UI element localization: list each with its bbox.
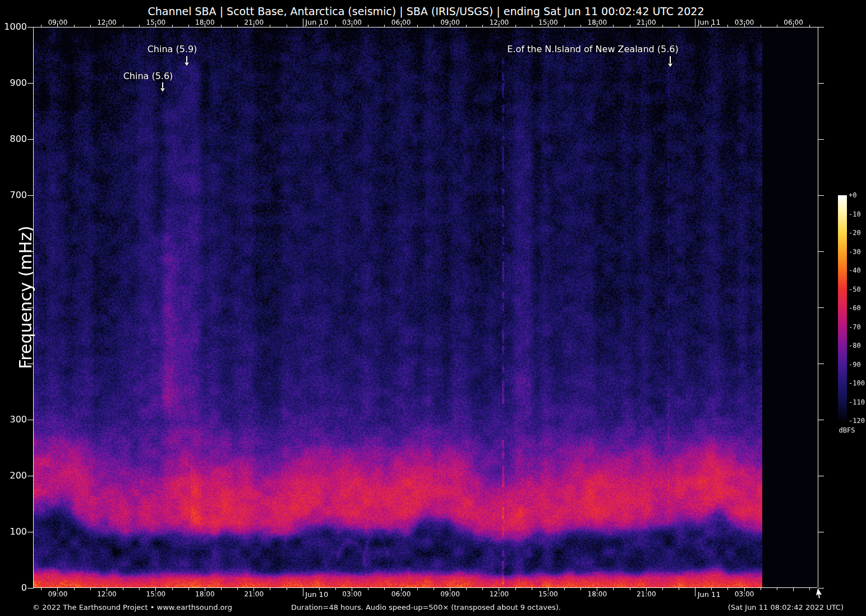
y-axis-label: Frequency (mHz) xyxy=(16,226,35,369)
y-tick-label: 800 xyxy=(2,134,27,144)
x-tick-label-bottom: 21:00 xyxy=(240,591,268,598)
x-tick-label-top: Jun 10 xyxy=(305,19,328,26)
x-tick-label-bottom: 09:00 xyxy=(44,591,72,598)
x-tick-label-top: Jun 11 xyxy=(698,19,721,26)
colorbar-tick-label: -40 xyxy=(849,266,861,274)
x-tick-label-bottom: 18:00 xyxy=(191,591,219,598)
spectrogram-canvas xyxy=(34,27,818,588)
x-tick-label-top: 18:00 xyxy=(191,19,219,26)
colorbar-tick-label: -20 xyxy=(849,229,861,237)
colorbar-tick-label: -70 xyxy=(849,323,861,331)
colorbar-tick-label: -100 xyxy=(849,379,865,387)
y-tick-label: 1000 xyxy=(2,22,27,32)
spectrogram-app: Channel SBA | Scott Base, Antarctica (se… xyxy=(0,0,866,616)
x-tick-label-bottom: 15:00 xyxy=(534,591,562,598)
x-tick-label-bottom: 03:00 xyxy=(730,591,758,598)
x-tick-label-top: 06:00 xyxy=(387,19,415,26)
x-tick-label-top: 03:00 xyxy=(338,19,366,26)
mouse-cursor xyxy=(814,586,829,604)
x-tick-label-bottom: Jun 11 xyxy=(698,591,721,598)
x-tick-label-bottom: 15:00 xyxy=(142,591,170,598)
x-tick-label-bottom: 18:00 xyxy=(583,591,611,598)
x-tick-label-bottom: Jun 10 xyxy=(305,591,328,598)
colorbar-tick-label: -60 xyxy=(849,304,861,312)
footer-duration-note: Duration=48 hours. Audio speed-up=500× (… xyxy=(34,603,818,612)
x-tick-label-top: 09:00 xyxy=(44,19,72,26)
footer-render-time: (Sat Jun 11 08:02:42 2022 UTC) xyxy=(728,603,844,612)
event-annotation-label: China (5.6) xyxy=(123,71,173,81)
x-tick-label-bottom: 03:00 xyxy=(338,591,366,598)
x-tick-label-top: 09:00 xyxy=(436,19,464,26)
colorbar-tick-label: -30 xyxy=(849,248,861,256)
colorbar-tick-label: -90 xyxy=(849,361,861,369)
y-tick-label: 200 xyxy=(2,471,27,481)
x-tick-label-top: 03:00 xyxy=(730,19,758,26)
x-tick-label-bottom: 12:00 xyxy=(93,591,121,598)
x-tick-label-top: 15:00 xyxy=(142,19,170,26)
x-tick-label-top: 12:00 xyxy=(485,19,513,26)
y-tick-label: 700 xyxy=(2,190,27,200)
event-annotation-label: China (5.9) xyxy=(148,44,197,54)
colorbar-tick-label: +0 xyxy=(849,191,856,199)
x-tick-label-top: 18:00 xyxy=(583,19,611,26)
colorbar-tick-label: -120 xyxy=(849,417,865,425)
page-title: Channel SBA | Scott Base, Antarctica (se… xyxy=(34,5,818,17)
colorbar-gradient xyxy=(838,195,847,421)
x-tick-label-top: 12:00 xyxy=(93,19,121,26)
colorbar-tick-label: -80 xyxy=(849,342,861,350)
colorbar-tick-label: -50 xyxy=(849,286,861,293)
x-tick-label-bottom: 12:00 xyxy=(485,591,513,598)
x-tick-label-bottom: 09:00 xyxy=(436,591,464,598)
event-annotation-label: E.of the N.Island of New Zealand (5.6) xyxy=(507,44,678,54)
y-tick-label: 100 xyxy=(2,527,27,537)
cursor-arrow-icon xyxy=(815,587,824,599)
colorbar-tick-label: -10 xyxy=(849,210,861,218)
x-tick-label-top: 21:00 xyxy=(632,19,660,26)
x-tick-label-top: 06:00 xyxy=(780,19,808,26)
x-tick-label-top: 21:00 xyxy=(240,19,268,26)
x-tick-label-bottom: 21:00 xyxy=(632,591,660,598)
x-tick-label-bottom: 06:00 xyxy=(387,591,415,598)
y-tick-label: 900 xyxy=(2,78,27,88)
colorbar-tick-label: -110 xyxy=(849,398,865,406)
colorbar-unit-label: dBFS xyxy=(835,426,859,434)
y-tick-label: 300 xyxy=(2,415,27,425)
x-tick-label-top: 15:00 xyxy=(534,19,562,26)
y-tick-label: 0 xyxy=(2,583,27,593)
